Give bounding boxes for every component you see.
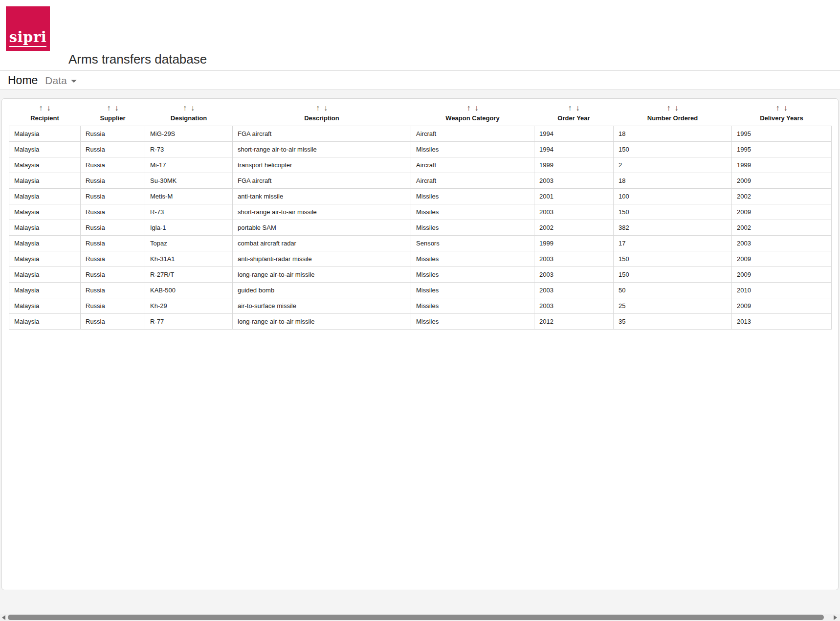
table-cell: portable SAM (233, 220, 411, 235)
column-header-supplier[interactable]: ↑↓ Supplier (81, 102, 145, 126)
table-cell: Russia (81, 220, 145, 235)
table-row: MalaysiaRussiaSu-30MKFGA aircraftAircraf… (9, 173, 832, 188)
sort-ascending-icon[interactable]: ↑ (568, 104, 572, 112)
sort-descending-icon[interactable]: ↓ (191, 104, 195, 112)
table-row: MalaysiaRussiaR-77long-range air-to-air … (9, 313, 832, 329)
sort-ascending-icon[interactable]: ↑ (183, 104, 187, 112)
column-header-order-year[interactable]: ↑↓ Order Year (534, 102, 614, 126)
table-cell: Kh-29 (145, 298, 233, 313)
table-cell: R-27R/T (145, 266, 233, 282)
column-header-label: Number Ordered (647, 114, 698, 122)
sort-ascending-icon[interactable]: ↑ (107, 104, 111, 112)
table-cell: Russia (81, 188, 145, 204)
column-header-description[interactable]: ↑↓ Description (233, 102, 411, 126)
table-cell: 1994 (534, 141, 614, 157)
table-cell: 1999 (732, 157, 832, 173)
sort-controls: ↑↓ (145, 104, 233, 112)
table-cell: 1994 (534, 126, 614, 141)
scroll-left-icon[interactable] (2, 615, 5, 620)
table-cell: anti-tank missile (233, 188, 411, 204)
table-cell: short-range air-to-air missile (233, 204, 411, 220)
table-cell: Missiles (411, 251, 534, 266)
scroll-right-icon[interactable] (834, 615, 837, 620)
sort-descending-icon[interactable]: ↓ (675, 104, 679, 112)
table-cell: 2001 (534, 188, 614, 204)
table-cell: 150 (614, 266, 732, 282)
nav-item-data-label: Data (45, 75, 66, 86)
nav-item-home[interactable]: Home (8, 75, 38, 86)
column-header-label: Description (304, 114, 339, 122)
sort-descending-icon[interactable]: ↓ (784, 104, 788, 112)
table-cell: Su-30MK (145, 173, 233, 188)
sipri-logo-text: sipri (9, 30, 46, 47)
table-cell: R-77 (145, 313, 233, 329)
sort-ascending-icon[interactable]: ↑ (667, 104, 671, 112)
table-cell: R-73 (145, 204, 233, 220)
column-header-label: Supplier (100, 114, 125, 122)
column-header-designation[interactable]: ↑↓ Designation (145, 102, 233, 126)
sort-controls: ↑↓ (81, 104, 145, 112)
table-cell: 2003 (534, 251, 614, 266)
arms-transfers-table: ↑↓ Recipient ↑↓ Supplier ↑↓ Designation … (9, 102, 832, 330)
table-cell: Malaysia (9, 251, 81, 266)
table-cell: 2003 (732, 235, 832, 251)
table-cell: Malaysia (9, 173, 81, 188)
sort-descending-icon[interactable]: ↓ (576, 104, 580, 112)
table-cell: 50 (614, 282, 732, 298)
table-cell: 17 (614, 235, 732, 251)
table-cell: 18 (614, 126, 732, 141)
table-cell: 1995 (732, 126, 832, 141)
table-cell: Russia (81, 204, 145, 220)
sort-ascending-icon[interactable]: ↑ (39, 104, 43, 112)
table-cell: guided bomb (233, 282, 411, 298)
sort-ascending-icon[interactable]: ↑ (467, 104, 471, 112)
table-cell: Malaysia (9, 235, 81, 251)
column-header-label: Weapon Category (445, 114, 499, 122)
caret-down-icon (71, 80, 77, 83)
table-cell: 2013 (732, 313, 832, 329)
table-cell: 2003 (534, 266, 614, 282)
column-header-delivery-years[interactable]: ↑↓ Delivery Years (732, 102, 832, 126)
table-cell: 25 (614, 298, 732, 313)
column-header-number-ordered[interactable]: ↑↓ Number Ordered (614, 102, 732, 126)
sort-ascending-icon[interactable]: ↑ (776, 104, 780, 112)
table-cell: Kh-31A1 (145, 251, 233, 266)
sort-controls: ↑↓ (9, 104, 81, 112)
table-row: MalaysiaRussiaTopazcombat aircraft radar… (9, 235, 832, 251)
sort-ascending-icon[interactable]: ↑ (316, 104, 320, 112)
table-body: MalaysiaRussiaMiG-29SFGA aircraftAircraf… (9, 126, 832, 329)
table-cell: transport helicopter (233, 157, 411, 173)
app-header: sipri Arms transfers database (0, 0, 840, 71)
sort-descending-icon[interactable]: ↓ (115, 104, 119, 112)
sort-descending-icon[interactable]: ↓ (47, 104, 51, 112)
horizontal-scrollbar[interactable] (0, 614, 840, 621)
table-cell: Missiles (411, 266, 534, 282)
table-cell: Russia (81, 298, 145, 313)
column-header-recipient[interactable]: ↑↓ Recipient (9, 102, 81, 126)
table-cell: 2009 (732, 266, 832, 282)
table-cell: 2002 (732, 188, 832, 204)
table-cell: 35 (614, 313, 732, 329)
sort-descending-icon[interactable]: ↓ (324, 104, 328, 112)
table-row: MalaysiaRussiaMi-17transport helicopterA… (9, 157, 832, 173)
main-content: ↑↓ Recipient ↑↓ Supplier ↑↓ Designation … (0, 90, 840, 590)
table-cell: 2002 (732, 220, 832, 235)
table-cell: Malaysia (9, 220, 81, 235)
table-cell: anti-ship/anti-radar missile (233, 251, 411, 266)
column-header-label: Delivery Years (760, 114, 803, 122)
sort-controls: ↑↓ (534, 104, 614, 112)
table-row: MalaysiaRussiaKAB-500guided bombMissiles… (9, 282, 832, 298)
nav-item-data-dropdown[interactable]: Data (45, 75, 76, 86)
table-cell: 2002 (534, 220, 614, 235)
table-cell: FGA aircraft (233, 126, 411, 141)
table-cell: Aircraft (411, 157, 534, 173)
column-header-weapon-category[interactable]: ↑↓ Weapon Category (411, 102, 534, 126)
horizontal-scrollbar-thumb[interactable] (8, 615, 824, 620)
table-cell: combat aircraft radar (233, 235, 411, 251)
table-cell: 2012 (534, 313, 614, 329)
column-header-label: Designation (171, 114, 207, 122)
table-cell: Malaysia (9, 157, 81, 173)
table-cell: 2003 (534, 282, 614, 298)
table-cell: 382 (614, 220, 732, 235)
sort-descending-icon[interactable]: ↓ (475, 104, 479, 112)
